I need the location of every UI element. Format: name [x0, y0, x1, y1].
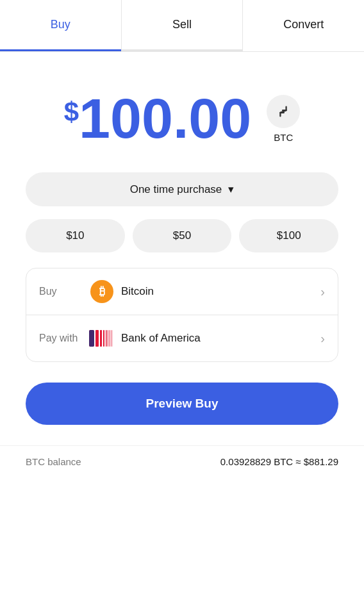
transaction-card: Buy ₿ Bitcoin › Pay with	[26, 268, 338, 362]
svg-rect-2	[95, 330, 99, 347]
svg-rect-5	[106, 330, 107, 347]
bank-icon	[90, 327, 113, 350]
purchase-section: One time purchase ▾	[0, 172, 364, 206]
amount-value: 100.00	[79, 90, 251, 147]
pay-chevron-icon: ›	[320, 331, 325, 346]
svg-rect-6	[108, 330, 108, 347]
btc-balance-value: 0.03928829 BTC ≈ $881.29	[220, 456, 338, 467]
bank-name: Bank of America	[121, 332, 320, 345]
btc-circle-icon: ₿	[90, 280, 113, 303]
buy-chevron-icon: ›	[320, 284, 325, 299]
tab-bar: Buy Sell Convert	[0, 0, 364, 52]
amount-section: $ 100.00 BTC	[0, 52, 364, 172]
tab-buy[interactable]: Buy	[0, 0, 121, 51]
quick-amount-100[interactable]: $100	[239, 219, 338, 252]
currency-symbol: $	[64, 97, 79, 128]
tab-sell[interactable]: Sell	[121, 0, 244, 51]
svg-rect-9	[89, 330, 94, 347]
buy-asset-row[interactable]: Buy ₿ Bitcoin ›	[26, 268, 338, 315]
svg-rect-4	[103, 330, 104, 347]
toggle-label: BTC	[274, 132, 293, 143]
svg-rect-7	[110, 330, 110, 347]
preview-buy-button[interactable]: Preview Buy	[26, 383, 338, 425]
purchase-type-label: One time purchase	[130, 183, 222, 196]
pay-row-label: Pay with	[39, 333, 90, 344]
tab-convert[interactable]: Convert	[243, 0, 364, 51]
bitcoin-icon: ₿	[90, 280, 113, 303]
boa-logo-icon	[89, 329, 115, 347]
asset-name: Bitcoin	[121, 285, 320, 298]
purchase-type-dropdown[interactable]: One time purchase ▾	[26, 172, 338, 206]
amount-display: $ 100.00	[64, 90, 252, 147]
toggle-icon[interactable]	[267, 95, 300, 128]
amount-row: $ 100.00 BTC	[64, 90, 301, 147]
dropdown-arrow-icon: ▾	[228, 183, 234, 196]
svg-rect-8	[112, 330, 112, 347]
quick-amounts: $10 $50 $100	[0, 219, 364, 252]
btc-balance-label: BTC balance	[26, 456, 81, 467]
quick-amount-10[interactable]: $10	[26, 219, 125, 252]
btc-symbol: ₿	[99, 285, 105, 299]
quick-amount-50[interactable]: $50	[133, 219, 232, 252]
balance-footer: BTC balance 0.03928829 BTC ≈ $881.29	[0, 445, 364, 477]
currency-toggle[interactable]: BTC	[267, 95, 300, 143]
buy-row-label: Buy	[39, 286, 90, 297]
svg-rect-3	[100, 330, 102, 347]
pay-with-row[interactable]: Pay with Bank of America	[26, 315, 338, 361]
